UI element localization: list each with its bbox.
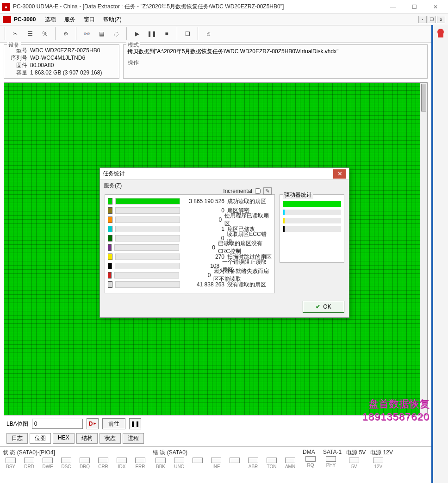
stat-swatch [108, 217, 112, 223]
menu-help[interactable]: 帮助(Z) [100, 15, 125, 25]
mode-text: 拷贝数据到"A:\2020年5月数据恢复任务\WDC WD20EZRZ-00Z5… [127, 47, 423, 59]
minimize-button[interactable]: — [382, 0, 404, 14]
device-serial: WD-WCC4M1JLTND6 [30, 54, 85, 62]
tab-hex[interactable]: HEX [53, 433, 75, 444]
copy-icon[interactable]: ❏ [181, 27, 194, 40]
driver-stats-legend: 驱动器统计 [283, 191, 313, 199]
led-label: DWF [43, 464, 53, 469]
brand-icon [3, 16, 11, 23]
led-label: DRQ [80, 464, 90, 469]
binoculars-icon[interactable]: 👓 [80, 27, 93, 40]
stop-button[interactable]: ■ [160, 27, 173, 40]
stat-value: 0 [182, 272, 211, 279]
close-button[interactable]: ✕ [425, 0, 446, 14]
stat-swatch [108, 198, 112, 204]
mdi-restore-button[interactable]: ❐ [428, 16, 436, 23]
disk-icon[interactable]: ◌ [110, 27, 123, 40]
mdi-close-button[interactable]: x [437, 16, 445, 23]
goto-button[interactable]: 前往 [102, 418, 125, 429]
stat-bar [114, 272, 179, 279]
stat-swatch [108, 244, 112, 251]
led-label: UNC [174, 464, 184, 469]
status-led: INF [208, 458, 224, 469]
led-box [135, 458, 145, 463]
maximize-button[interactable]: ☐ [404, 0, 425, 14]
status-led: DRD [21, 458, 37, 469]
led-label: IDX [118, 464, 126, 469]
stat-value: 1 [183, 226, 224, 232]
lba-label: LBA位图 [6, 420, 28, 428]
device-legend: 设备 [7, 41, 21, 49]
menu-window[interactable]: 窗口 [80, 15, 99, 25]
stat-bar [115, 263, 180, 269]
toolbar: ✂ ☰ % ⚙ 👓 ▤ ◌ ▶ ❚❚ ■ ❏ ⎋ [0, 25, 431, 43]
tab-status[interactable]: 状态 [100, 433, 121, 444]
incremental-checkbox[interactable] [255, 188, 261, 194]
driver-stats-panel: 驱动器统计 [280, 194, 344, 263]
stat-value: 41 838 263 [183, 281, 224, 288]
exit-icon[interactable]: ⎋ [202, 27, 215, 40]
filter-icon[interactable]: ▤ [95, 27, 108, 40]
edit-icon[interactable]: ✎ [263, 187, 272, 195]
tab-log[interactable]: 日志 [6, 433, 28, 444]
status-bar: 状 态 (SATA0)-[PIO4] BSYDRDDWFDSCDRQCRRIDX… [0, 446, 431, 470]
led-box [6, 458, 16, 463]
led-box [373, 458, 383, 463]
lba-target-button[interactable]: D‣ [87, 418, 99, 429]
stat-bar [115, 217, 180, 223]
pause-button[interactable]: ❚❚ [145, 27, 158, 40]
play-button[interactable]: ▶ [131, 27, 143, 40]
stat-row: 0 因为准备就绪失败而扇区不能读取 [108, 271, 272, 280]
app-icon: ▲ [2, 3, 10, 11]
lba-pause-button[interactable]: ❚❚ [129, 418, 141, 429]
led-label: BSY [6, 464, 15, 469]
led-box [117, 458, 127, 463]
lba-input[interactable] [32, 419, 83, 429]
tools-icon[interactable]: ✂ [9, 27, 22, 40]
task-stats-dialog: 任务统计 ✕ 服务(Z) Incremental ✎ 3 865 190 526… [100, 167, 349, 318]
led-label: 5V [351, 464, 357, 469]
drive-icon[interactable] [435, 28, 446, 39]
stat-bar [115, 226, 180, 232]
settings-icon[interactable]: ⚙ [59, 27, 72, 40]
app-name: PC-3000 [14, 16, 36, 23]
led-box [156, 458, 166, 463]
menu-services[interactable]: 服务 [61, 15, 79, 25]
menu-options[interactable]: 选项 [41, 15, 60, 25]
tab-bitmap[interactable]: 位图 [30, 433, 51, 444]
dialog-close-button[interactable]: ✕ [333, 169, 346, 179]
right-sidebar [431, 25, 448, 483]
led-box [230, 458, 240, 463]
menu-bar: PC-3000 选项 服务 窗口 帮助(Z) - ❐ x [0, 14, 448, 25]
led-label: DSC [61, 464, 71, 469]
map-scrollbar[interactable] [420, 83, 427, 415]
ok-button[interactable]: ✔ OK [303, 301, 344, 313]
status-led: DSC [58, 458, 74, 469]
led-box [174, 458, 184, 463]
utility-icon[interactable]: ☰ [24, 27, 37, 40]
mode-panel: 模式 拷贝数据到"A:\2020年5月数据恢复任务\WDC WD20EZRZ-0… [123, 44, 428, 79]
dialog-titlebar[interactable]: 任务统计 ✕ [100, 168, 349, 180]
mdi-minimize-button[interactable]: - [418, 16, 427, 23]
led-box [24, 458, 34, 463]
led-label: AMN [285, 464, 295, 469]
stat-swatch [108, 254, 112, 260]
status-led: BSY [3, 458, 19, 469]
led-label: BBK [156, 464, 165, 469]
stat-bar [115, 207, 180, 214]
status-sata1-group: SATA-1 PHY [323, 449, 342, 469]
stat-swatch [108, 235, 112, 242]
tab-struct[interactable]: 结构 [76, 433, 98, 444]
stat-label: 没有读取的扇区 [227, 281, 266, 289]
status-led: ERR [132, 458, 148, 469]
stat-swatch [108, 281, 112, 288]
dialog-title: 任务统计 [103, 170, 333, 178]
tab-process[interactable]: 进程 [123, 433, 144, 444]
led-label: CRR [98, 464, 108, 469]
scrollbar-thumb[interactable] [421, 84, 426, 111]
status-led: CRR [95, 458, 111, 469]
stat-value: 270 [183, 254, 224, 260]
stat-label: 成功读取的扇区 [227, 198, 266, 205]
status-pwr12-group: 电源 12V 12V [370, 449, 393, 469]
percent-icon[interactable]: % [38, 27, 51, 40]
